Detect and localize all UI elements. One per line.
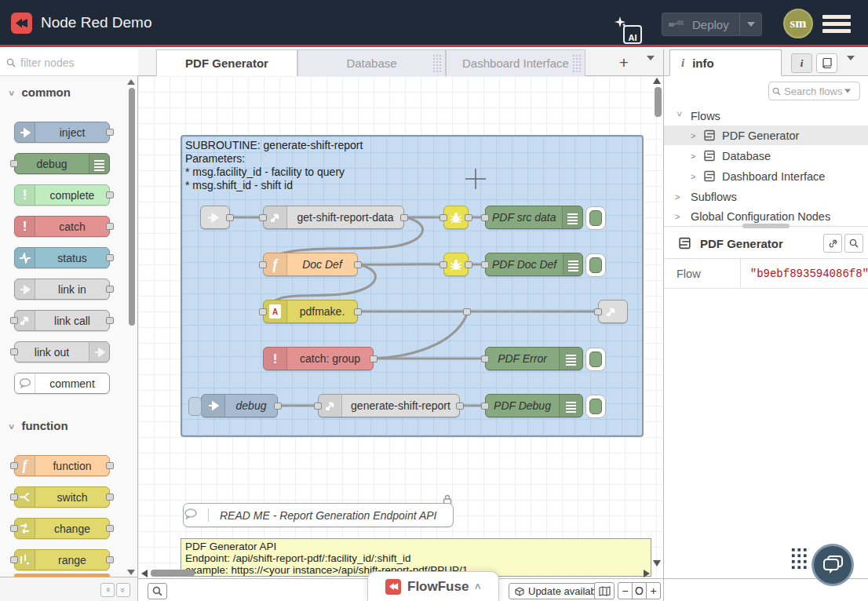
palette-node-change[interactable]: change [14, 518, 110, 539]
output-port[interactable] [370, 355, 377, 362]
navigator-button[interactable] [594, 582, 615, 599]
flowfuse-logo-icon[interactable] [11, 13, 32, 34]
node-pdf-src-data[interactable]: PDF src data [485, 206, 583, 229]
help-book-button[interactable] [816, 53, 837, 73]
palette-scroll-up-icon[interactable] [127, 79, 135, 85]
output-port[interactable] [106, 494, 114, 501]
input-port[interactable] [259, 308, 267, 315]
sidebar-options-caret[interactable] [847, 60, 855, 75]
user-avatar[interactable]: sm [783, 9, 813, 38]
palette-filter-input[interactable] [20, 56, 122, 69]
info-tab-button[interactable]: i [791, 53, 812, 73]
node-link-out[interactable] [598, 300, 628, 323]
debug-toggle-button[interactable] [585, 395, 606, 418]
output-port[interactable] [106, 286, 114, 293]
node-pdf-debug[interactable]: PDF Debug [485, 394, 583, 417]
node-doc-def[interactable]: f Doc Def [263, 253, 358, 276]
search-detail-button[interactable] [844, 234, 863, 253]
input-port[interactable] [481, 261, 489, 268]
wire-junction[interactable] [463, 308, 471, 315]
input-port[interactable] [10, 525, 18, 532]
search-flows-box[interactable] [768, 82, 860, 100]
output-port[interactable] [106, 525, 114, 532]
chat-widget-button[interactable] [811, 544, 854, 586]
palette-section-common[interactable]: >common [9, 86, 71, 99]
tab-dashboard-interface[interactable]: Dashboard Interface [446, 49, 585, 76]
input-port[interactable] [10, 317, 18, 324]
input-port[interactable] [314, 402, 322, 410]
input-port[interactable] [481, 214, 489, 221]
node-pdf-doc-def[interactable]: PDF Doc Def [485, 253, 583, 276]
palette-node-switch[interactable]: switch [14, 486, 110, 508]
output-port[interactable] [106, 317, 114, 324]
tree-item-database[interactable]: > Database [664, 146, 868, 166]
node-link-in[interactable] [200, 206, 230, 229]
copy-link-button[interactable] [823, 234, 842, 253]
output-port[interactable] [106, 254, 114, 261]
output-port[interactable] [106, 191, 114, 199]
output-port[interactable] [400, 214, 408, 221]
output-port[interactable] [465, 261, 472, 268]
palette-node-catch[interactable]: ! catch [14, 216, 110, 237]
inject-button[interactable] [188, 397, 202, 416]
output-port[interactable] [354, 261, 362, 268]
input-port[interactable] [481, 402, 489, 410]
output-port[interactable] [106, 129, 114, 136]
palette-node-debug[interactable]: debug [14, 153, 110, 174]
output-port[interactable] [226, 214, 234, 221]
input-port[interactable] [259, 214, 267, 221]
palette-section-function[interactable]: >function [9, 419, 68, 432]
node-inject-debug[interactable]: debug [201, 394, 278, 417]
input-port[interactable] [259, 261, 267, 268]
palette-scroll-down-icon[interactable] [127, 570, 135, 575]
drag-handle-dots[interactable] [790, 547, 808, 570]
output-port[interactable] [465, 214, 472, 221]
palette-filter[interactable] [0, 49, 138, 76]
node-get-shift-report-data[interactable]: get-shift-report-data [263, 206, 404, 229]
tab-database[interactable]: Database [297, 49, 446, 76]
palette-node-comment[interactable]: comment [14, 373, 110, 394]
node-generate-shift-report[interactable]: generate-shift-report [318, 394, 460, 417]
expand-all-button[interactable]: » [116, 583, 130, 597]
debug-toggle-button[interactable] [585, 206, 606, 230]
output-port[interactable] [354, 308, 362, 315]
search-flows-input[interactable] [784, 86, 844, 97]
tree-item-pdf-generator[interactable]: > PDF Generator [664, 126, 868, 145]
input-port[interactable] [10, 462, 18, 469]
node-pdf-error[interactable]: PDF Error [485, 347, 583, 370]
output-port[interactable] [456, 402, 464, 410]
palette-node-link-out[interactable]: link out [14, 341, 110, 362]
collapse-all-button[interactable]: » [100, 583, 115, 597]
node-pdfmake[interactable]: A pdfmake. [263, 300, 358, 323]
canvas-scroll-down-icon[interactable] [653, 560, 661, 566]
tree-item-dashboard-interface[interactable]: > Dashboard Interface [664, 166, 868, 186]
debug-toggle-button[interactable] [585, 348, 606, 371]
palette-node-link-call[interactable]: link call [14, 310, 110, 331]
node-bug-2[interactable] [443, 253, 469, 276]
palette-scrollbar[interactable] [129, 88, 135, 326]
flowfuse-button[interactable]: FlowFuse > [367, 571, 499, 601]
input-port[interactable] [10, 348, 18, 355]
canvas-vertical-scrollbar[interactable] [655, 87, 662, 117]
ai-assistant-icon[interactable]: AI [617, 19, 642, 44]
palette-node-inject[interactable]: inject [14, 122, 110, 143]
input-port[interactable] [439, 261, 447, 268]
palette-node-function[interactable]: f function [14, 455, 110, 476]
output-port[interactable] [274, 402, 282, 410]
zoom-out-button[interactable]: − [618, 582, 633, 599]
palette-node-link-in[interactable]: link in [14, 279, 110, 300]
palette-node-status[interactable]: status [14, 247, 110, 268]
output-port[interactable] [106, 223, 114, 230]
tab-list-caret[interactable] [647, 60, 655, 75]
tab-info[interactable]: i info [669, 49, 782, 76]
zoom-in-button[interactable]: + [646, 582, 661, 599]
tab-pdf-generator[interactable]: PDF Generator [156, 49, 297, 76]
tree-item-flows[interactable]: > Flows [664, 106, 868, 126]
input-port[interactable] [10, 160, 18, 167]
output-port[interactable] [106, 462, 114, 469]
deploy-button[interactable]: Deploy [662, 13, 762, 36]
canvas-scroll-left-icon[interactable] [141, 570, 148, 577]
palette-node-complete[interactable]: ! complete [14, 184, 110, 206]
zoom-reset-button[interactable]: O [632, 582, 647, 599]
output-port[interactable] [106, 556, 114, 563]
